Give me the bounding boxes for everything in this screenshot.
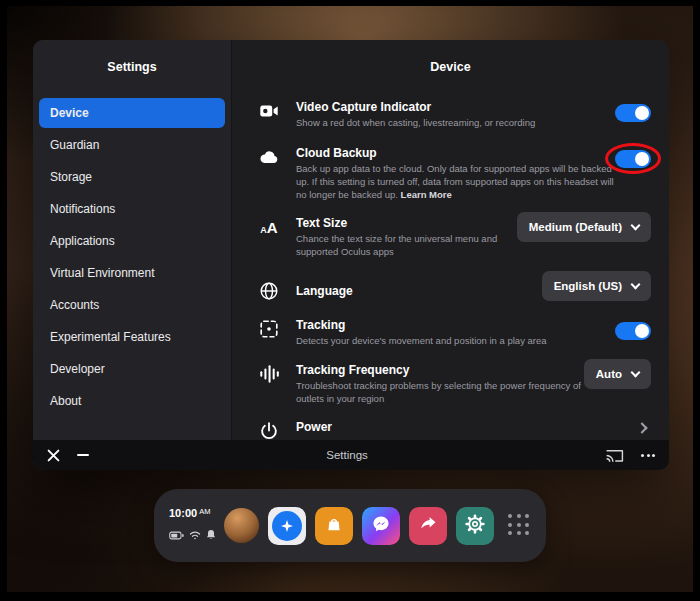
sidebar-item-device[interactable]: Device bbox=[39, 98, 225, 128]
profile-avatar[interactable] bbox=[224, 508, 259, 543]
setting-row-text-size: AA Text Size Chance the text size for th… bbox=[258, 216, 651, 259]
app-library-button[interactable] bbox=[508, 514, 531, 537]
setting-description: Troubleshoot tracking problems by select… bbox=[296, 380, 584, 406]
setting-description: Detects your device's movement and posit… bbox=[296, 335, 547, 348]
messenger-app-button[interactable] bbox=[362, 507, 400, 545]
window-title: Settings bbox=[89, 449, 605, 461]
cloud-icon bbox=[258, 146, 280, 168]
more-options-button[interactable] bbox=[641, 454, 655, 457]
sidebar-title: Settings bbox=[33, 60, 231, 74]
setting-title: Tracking Frequency bbox=[296, 363, 584, 377]
video-capture-toggle[interactable] bbox=[615, 104, 651, 122]
dropdown-value: Auto bbox=[596, 368, 622, 380]
sidebar-item-applications[interactable]: Applications bbox=[39, 226, 225, 256]
cloud-backup-toggle[interactable] bbox=[615, 150, 651, 168]
toggle-knob bbox=[635, 324, 649, 338]
video-capture-icon bbox=[258, 100, 280, 122]
close-button[interactable] bbox=[47, 449, 60, 462]
setting-description: Back up app data to the cloud. Only data… bbox=[296, 163, 615, 201]
screenshot-frame: Settings Device Guardian Storage Notific… bbox=[0, 0, 700, 601]
globe-icon bbox=[258, 280, 280, 302]
setting-title: Power bbox=[296, 420, 332, 434]
setting-title: Text Size bbox=[296, 216, 517, 230]
battery-icon bbox=[169, 526, 184, 544]
toggle-knob bbox=[635, 106, 649, 120]
setting-description: Chance the text size for the universal m… bbox=[296, 233, 517, 259]
device-settings-panel: Device Video Capture Indicator Show a re… bbox=[232, 40, 669, 470]
messenger-icon bbox=[370, 513, 392, 539]
sidebar-item-notifications[interactable]: Notifications bbox=[39, 194, 225, 224]
store-app-button[interactable] bbox=[315, 507, 353, 545]
setting-title: Video Capture Indicator bbox=[296, 100, 535, 114]
dropdown-value: Medium (Default) bbox=[529, 221, 622, 233]
sidebar-item-guardian[interactable]: Guardian bbox=[39, 130, 225, 160]
sidebar: Settings Device Guardian Storage Notific… bbox=[33, 40, 232, 470]
text-size-icon: AA bbox=[258, 216, 280, 238]
gear-icon bbox=[464, 513, 486, 539]
language-dropdown[interactable]: English (US) bbox=[542, 271, 651, 301]
sidebar-item-about[interactable]: About bbox=[39, 386, 225, 416]
sidebar-item-virtual-environment[interactable]: Virtual Environment bbox=[39, 258, 225, 288]
power-icon bbox=[258, 420, 280, 442]
window-bottom-bar: Settings bbox=[33, 440, 669, 470]
chevron-down-icon bbox=[631, 220, 641, 230]
meridiem-label: AM bbox=[199, 507, 210, 516]
tracking-icon bbox=[258, 318, 280, 340]
chevron-down-icon bbox=[631, 367, 641, 377]
setting-title: Language bbox=[296, 284, 353, 298]
setting-row-power[interactable]: Power bbox=[258, 420, 651, 442]
dropdown-value: English (US) bbox=[554, 280, 622, 292]
minimize-button[interactable] bbox=[77, 454, 89, 456]
setting-description: Show a red dot when casting, livestreami… bbox=[296, 117, 535, 130]
description-text: Back up app data to the cloud. Only data… bbox=[296, 163, 614, 200]
explore-icon bbox=[272, 511, 302, 541]
sidebar-item-developer[interactable]: Developer bbox=[39, 354, 225, 384]
wifi-icon bbox=[189, 526, 201, 544]
panel-title: Device bbox=[232, 60, 669, 74]
learn-more-link[interactable]: Learn More bbox=[401, 189, 452, 200]
clock: 10:00AM bbox=[169, 507, 215, 519]
minimize-icon bbox=[77, 454, 89, 456]
toggle-knob bbox=[635, 152, 649, 166]
settings-app-button[interactable] bbox=[456, 507, 494, 545]
notifications-bell-icon bbox=[206, 526, 216, 544]
setting-row-language: Language English (US) bbox=[258, 280, 651, 302]
text-size-dropdown[interactable]: Medium (Default) bbox=[517, 212, 651, 242]
frequency-icon bbox=[258, 363, 280, 385]
dock-status-area: 10:00AM bbox=[169, 507, 215, 544]
chevron-down-icon bbox=[631, 279, 641, 289]
setting-row-tracking: Tracking Detects your device's movement … bbox=[258, 318, 651, 348]
universal-menu-dock: 10:00AM bbox=[154, 489, 546, 562]
sidebar-item-storage[interactable]: Storage bbox=[39, 162, 225, 192]
tracking-toggle[interactable] bbox=[615, 322, 651, 340]
cast-button[interactable] bbox=[605, 448, 624, 463]
sharing-app-button[interactable] bbox=[409, 507, 447, 545]
setting-title: Cloud Backup bbox=[296, 146, 615, 160]
shopping-bag-icon bbox=[324, 514, 344, 538]
settings-window: Settings Device Guardian Storage Notific… bbox=[33, 40, 669, 470]
setting-row-cloud-backup: Cloud Backup Back up app data to the clo… bbox=[258, 146, 651, 201]
setting-row-video-capture: Video Capture Indicator Show a red dot w… bbox=[258, 100, 651, 130]
setting-row-tracking-frequency: Tracking Frequency Troubleshoot tracking… bbox=[258, 363, 651, 406]
share-arrow-icon bbox=[418, 514, 438, 538]
sidebar-nav: Device Guardian Storage Notifications Ap… bbox=[39, 98, 225, 418]
tracking-frequency-dropdown[interactable]: Auto bbox=[584, 359, 651, 389]
sidebar-item-experimental-features[interactable]: Experimental Features bbox=[39, 322, 225, 352]
setting-title: Tracking bbox=[296, 318, 547, 332]
chevron-right-icon bbox=[636, 422, 647, 433]
sidebar-item-accounts[interactable]: Accounts bbox=[39, 290, 225, 320]
explore-app-button[interactable] bbox=[268, 507, 306, 545]
